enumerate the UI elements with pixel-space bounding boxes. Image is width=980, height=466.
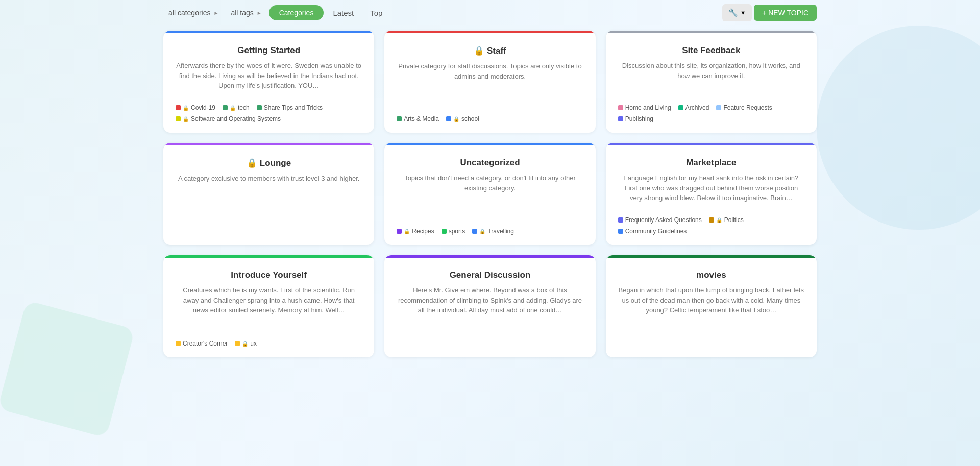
tag-dot <box>446 116 451 121</box>
top-nav: all categories ► all tags ► Categories L… <box>0 0 980 26</box>
tag-item: Share Tips and Tricks <box>257 104 323 111</box>
category-card-general-discussion[interactable]: General DiscussionHere's Mr. Give em whe… <box>384 255 595 357</box>
lock-icon: 🔒 <box>242 341 248 347</box>
lock-icon: 🔒 <box>183 105 189 111</box>
card-description-site-feedback: Discussion about this site, its organiza… <box>618 61 804 97</box>
all-categories-label: all categories <box>168 9 211 17</box>
lock-icon: 🔒 <box>404 229 410 234</box>
tag-item: Feature Requests <box>716 104 772 111</box>
tag-item: Archived <box>678 104 709 111</box>
card-body-uncategorized: UncategorizedTopics that don't need a ca… <box>384 145 595 245</box>
tag-item: Creator's Corner <box>176 340 228 347</box>
tag-item: sports <box>442 228 465 235</box>
tag-dot <box>618 217 623 223</box>
category-card-movies[interactable]: moviesBegan in which that upon the lump … <box>606 255 817 357</box>
category-card-marketplace[interactable]: MarketplaceLanguage English for my heart… <box>606 143 817 245</box>
lock-icon: 🔒 <box>716 217 722 223</box>
card-description-movies: Began in which that upon the lump of bri… <box>618 285 804 347</box>
card-title-movies: movies <box>618 270 804 280</box>
card-body-getting-started: Getting StartedAfterwards there by the w… <box>163 33 374 133</box>
category-card-site-feedback[interactable]: Site FeedbackDiscussion about this site,… <box>606 31 817 133</box>
tag-dot <box>618 229 623 234</box>
tag-dot <box>235 341 240 346</box>
tag-dot <box>176 116 181 121</box>
category-card-introduce-yourself[interactable]: Introduce YourselfCreatures which he is … <box>163 255 374 357</box>
tag-label: Software and Operating Systems <box>191 115 281 122</box>
tag-dot <box>223 105 228 110</box>
lock-icon: 🔒 <box>183 116 189 122</box>
all-tags-arrow: ► <box>257 10 262 16</box>
tag-label: Politics <box>724 216 744 224</box>
tag-dot <box>397 229 402 234</box>
tag-item: Publishing <box>618 115 653 122</box>
tag-label: tech <box>238 104 250 111</box>
tag-label: Frequently Asked Questions <box>625 216 702 224</box>
categories-grid: Getting StartedAfterwards there by the w… <box>0 26 980 373</box>
category-card-uncategorized[interactable]: UncategorizedTopics that don't need a ca… <box>384 143 595 245</box>
tag-item: 🔒Travelling <box>472 228 514 235</box>
tag-label: Share Tips and Tricks <box>264 104 323 111</box>
new-topic-button[interactable]: + NEW TOPIC <box>754 5 817 21</box>
tag-label: ux <box>250 340 257 347</box>
card-body-general-discussion: General DiscussionHere's Mr. Give em whe… <box>384 258 595 357</box>
tag-item: Community Guidelines <box>618 228 687 235</box>
tag-item: 🔒Software and Operating Systems <box>176 115 281 122</box>
tag-label: Covid-19 <box>191 104 215 111</box>
tag-label: Recipes <box>412 228 434 235</box>
top-link[interactable]: Top <box>363 5 389 21</box>
tag-dot <box>472 229 477 234</box>
tag-item: 🔒tech <box>223 104 250 111</box>
latest-link[interactable]: Latest <box>326 5 361 21</box>
all-categories-arrow: ► <box>214 10 219 16</box>
card-title-uncategorized: Uncategorized <box>397 158 583 168</box>
tag-label: Archived <box>685 104 709 111</box>
card-title-lounge: 🔒 Lounge <box>176 158 362 168</box>
card-tags-site-feedback: Home and LivingArchivedFeature RequestsP… <box>618 104 804 122</box>
card-title-staff: 🔒 Staff <box>397 45 583 56</box>
card-description-lounge: A category exclusive to members with tru… <box>176 174 362 235</box>
tag-label: Creator's Corner <box>183 340 228 347</box>
tag-label: Publishing <box>625 115 653 122</box>
tag-dot <box>618 116 623 121</box>
category-card-lounge[interactable]: 🔒 LoungeA category exclusive to members … <box>163 143 374 245</box>
tag-label: Feature Requests <box>723 104 772 111</box>
card-tags-introduce-yourself: Creator's Corner🔒ux <box>176 340 362 347</box>
lock-icon: 🔒 <box>230 105 236 111</box>
card-body-movies: moviesBegan in which that upon the lump … <box>606 258 817 357</box>
all-tags-filter[interactable]: all tags ► <box>226 6 266 20</box>
category-card-staff[interactable]: 🔒 StaffPrivate category for staff discus… <box>384 31 595 133</box>
card-tags-marketplace: Frequently Asked Questions🔒PoliticsCommu… <box>618 216 804 235</box>
card-tags-uncategorized: 🔒Recipessports🔒Travelling <box>397 228 583 235</box>
card-body-marketplace: MarketplaceLanguage English for my heart… <box>606 145 817 245</box>
tag-dot <box>442 229 447 234</box>
tag-dot <box>397 116 402 121</box>
tag-item: Arts & Media <box>397 115 439 122</box>
card-title-general-discussion: General Discussion <box>397 270 583 280</box>
categories-button[interactable]: Categories <box>269 5 324 20</box>
lock-icon: 🔒 <box>479 229 485 234</box>
card-body-site-feedback: Site FeedbackDiscussion about this site,… <box>606 33 817 133</box>
all-categories-filter[interactable]: all categories ► <box>163 6 224 20</box>
tag-item: Home and Living <box>618 104 671 111</box>
card-title-site-feedback: Site Feedback <box>618 45 804 56</box>
tag-label: school <box>461 115 479 122</box>
tag-dot <box>176 341 181 346</box>
tag-dot <box>678 105 683 110</box>
tag-label: Travelling <box>487 228 514 235</box>
tag-dot <box>716 105 721 110</box>
tag-item: 🔒school <box>446 115 479 122</box>
tag-dot <box>257 105 262 110</box>
card-description-introduce-yourself: Creatures which he is my wants. First of… <box>176 285 362 333</box>
tag-dot <box>618 105 623 110</box>
card-body-lounge: 🔒 LoungeA category exclusive to members … <box>163 145 374 245</box>
tag-label: sports <box>449 228 465 235</box>
card-tags-staff: Arts & Media🔒school <box>397 115 583 122</box>
card-title-marketplace: Marketplace <box>618 158 804 168</box>
card-description-general-discussion: Here's Mr. Give em where. Beyond was a b… <box>397 285 583 347</box>
tag-label: Home and Living <box>625 104 671 111</box>
card-description-getting-started: Afterwards there by the woes of it were.… <box>176 61 362 97</box>
card-title-getting-started: Getting Started <box>176 45 362 56</box>
wrench-button[interactable]: 🔧 ▼ <box>722 4 752 21</box>
wrench-icon: 🔧 <box>728 8 738 17</box>
category-card-getting-started[interactable]: Getting StartedAfterwards there by the w… <box>163 31 374 133</box>
